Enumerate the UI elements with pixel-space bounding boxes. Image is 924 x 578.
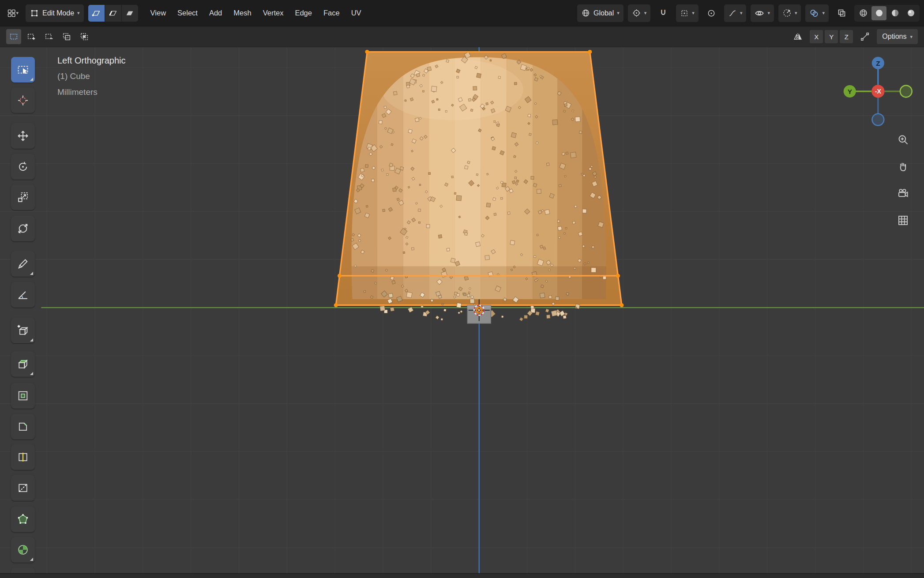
chevron-down-icon: ▾ — [795, 11, 797, 15]
inset-faces-icon — [17, 390, 29, 402]
menu-vertex[interactable]: Vertex — [258, 7, 289, 19]
viewport-header: ▾ Edit Mode ▾ — [0, 0, 924, 26]
proportional-falloff-dropdown[interactable]: ▾ — [724, 4, 747, 22]
select-subtract-button[interactable] — [41, 29, 56, 44]
shading-material-button[interactable] — [887, 6, 902, 20]
vertex-select-icon — [91, 8, 101, 18]
chevron-down-icon: ▾ — [617, 11, 620, 15]
knife-icon — [17, 482, 29, 494]
orientation-label: Global — [593, 9, 614, 17]
magnet-icon — [658, 8, 668, 18]
tool-add-cube[interactable] — [11, 318, 35, 343]
tool-cursor[interactable] — [11, 87, 35, 113]
pan-button[interactable] — [893, 157, 913, 176]
tool-scale[interactable] — [11, 184, 35, 210]
camera-view-button[interactable] — [893, 184, 913, 203]
grid-icon — [897, 214, 909, 226]
gizmo-neg-z-ball[interactable] — [872, 114, 884, 126]
mode-label: Edit Mode — [42, 9, 74, 17]
show-gizmo-dropdown[interactable]: ▾ — [778, 4, 801, 22]
select-extend-icon — [26, 32, 36, 41]
units-label: Millimeters — [57, 88, 126, 96]
tool-transform[interactable] — [11, 216, 35, 241]
face-select-button[interactable] — [122, 5, 138, 22]
pivot-point-dropdown[interactable]: ▾ — [628, 4, 651, 22]
tool-bevel[interactable] — [11, 414, 35, 439]
menu-select[interactable]: Select — [172, 7, 203, 19]
eye-icon — [755, 8, 764, 18]
viewport-canvas[interactable]: Z Y -X — [0, 0, 924, 578]
show-overlays-dropdown[interactable]: ▾ — [805, 4, 829, 22]
menu-face[interactable]: Face — [318, 7, 345, 19]
xray-toggle[interactable] — [833, 4, 850, 22]
tool-rotate[interactable] — [11, 154, 35, 180]
tool-poly-build[interactable] — [11, 507, 35, 532]
select-intersect-button[interactable] — [77, 29, 92, 44]
xray-icon — [837, 8, 846, 18]
menu-edge[interactable]: Edge — [289, 7, 317, 19]
tool-move[interactable] — [11, 123, 35, 149]
selected-object[interactable] — [334, 50, 624, 307]
view-name-label: Left Orthographic — [57, 56, 126, 65]
shading-solid-button[interactable] — [871, 6, 886, 20]
gizmo-icon — [782, 8, 792, 18]
tool-inset-faces[interactable] — [11, 383, 35, 409]
face-select-icon — [125, 8, 135, 18]
snap-settings-dropdown[interactable]: ▾ — [676, 4, 699, 22]
editor-type-button[interactable]: ▾ — [4, 4, 21, 22]
gizmo-neg-y-ball[interactable] — [900, 86, 912, 98]
menu-mesh[interactable]: Mesh — [228, 7, 256, 19]
mirror-toggle[interactable] — [789, 29, 806, 44]
shading-rendered-button[interactable] — [903, 6, 918, 20]
proportional-editing-toggle[interactable] — [703, 4, 720, 22]
snap-toggle[interactable] — [655, 4, 672, 22]
transform-orientation-dropdown[interactable]: Global ▾ — [577, 4, 624, 22]
select-subtract-icon — [44, 32, 54, 41]
mesh-select-mode-group — [88, 5, 138, 22]
select-box-icon — [17, 64, 29, 76]
pivot-point-icon — [632, 8, 641, 18]
edge-select-button[interactable] — [105, 5, 121, 22]
tool-spin[interactable] — [11, 537, 35, 563]
menu-uv[interactable]: UV — [346, 7, 367, 19]
edge-select-icon — [108, 8, 118, 18]
active-object-label: (1) Cube — [57, 72, 126, 80]
mirror-axis-group: X Y Z — [810, 30, 853, 43]
mirror-icon — [793, 32, 803, 41]
tool-knife[interactable] — [11, 475, 35, 501]
zoom-button[interactable] — [893, 130, 913, 149]
object-visibility-dropdown[interactable]: ▾ — [751, 4, 774, 22]
tool-extrude-region[interactable] — [11, 351, 35, 377]
select-invert-button[interactable] — [59, 29, 74, 44]
vertex-select-button[interactable] — [88, 5, 105, 22]
falloff-curve-icon — [728, 9, 737, 18]
mirror-axis-y-toggle[interactable]: Y — [825, 30, 838, 43]
options-dropdown[interactable]: Options ▾ — [877, 29, 918, 44]
tool-select-box[interactable] — [11, 57, 35, 83]
overlays-icon — [809, 8, 819, 18]
proportional-falloff-button[interactable] — [856, 29, 873, 44]
shading-wireframe-button[interactable] — [856, 6, 871, 20]
rotate-icon — [17, 161, 29, 173]
mode-dropdown[interactable]: Edit Mode ▾ — [26, 4, 84, 22]
poly-build-icon — [17, 513, 29, 525]
tool-loop-cut[interactable] — [11, 444, 35, 470]
chevron-down-icon: ▾ — [740, 11, 743, 15]
chevron-down-icon: ▾ — [77, 11, 80, 15]
select-set-button[interactable] — [6, 29, 21, 44]
camera-icon — [897, 188, 909, 199]
tool-group-indicator — [30, 558, 33, 561]
rendered-sphere-icon — [906, 8, 916, 18]
tool-settings-bar: X Y Z Options ▾ — [0, 26, 924, 47]
toggle-ortho-button[interactable] — [893, 210, 913, 230]
spin-icon — [17, 544, 29, 556]
add-cube-icon — [17, 324, 29, 337]
menu-view[interactable]: View — [145, 7, 171, 19]
tool-annotate[interactable] — [11, 251, 35, 277]
tool-measure[interactable] — [11, 282, 35, 308]
select-extend-button[interactable] — [24, 29, 39, 44]
orientation-globe-icon — [581, 8, 590, 18]
mirror-axis-z-toggle[interactable]: Z — [840, 30, 853, 43]
menu-add[interactable]: Add — [204, 7, 227, 19]
mirror-axis-x-toggle[interactable]: X — [810, 30, 823, 43]
